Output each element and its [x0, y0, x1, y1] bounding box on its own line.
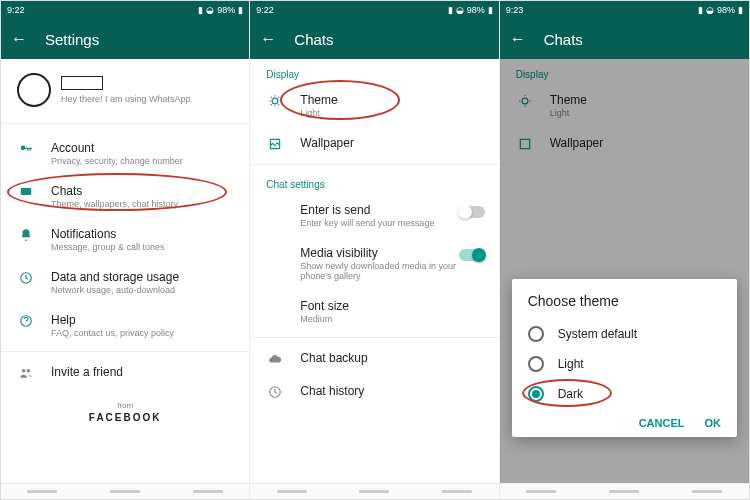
settings-item-notifications[interactable]: NotificationsMessage, group & call tones [1, 218, 249, 261]
history-icon [266, 385, 284, 399]
section-chat-settings: Chat settings [250, 169, 498, 194]
chat-icon [17, 185, 35, 199]
avatar [17, 73, 51, 107]
wifi-icon: ◒ [706, 5, 714, 15]
battery-icon: ▮ [488, 5, 493, 15]
battery-text: 98% [467, 5, 485, 15]
page-title: Chats [544, 31, 583, 48]
chats-item-enter[interactable]: Enter is sendEnter key will send your me… [250, 194, 498, 237]
battery-icon: ▮ [738, 5, 743, 15]
status-bar: 9:23 ▮ ◒ 98% ▮ [500, 1, 749, 19]
app-bar: ← Settings [1, 19, 249, 59]
nav-bar [500, 483, 749, 499]
bell-icon [17, 228, 35, 242]
chats-item-theme[interactable]: ThemeLight [250, 84, 498, 127]
cancel-button[interactable]: CANCEL [639, 417, 685, 429]
status-time: 9:22 [7, 5, 25, 15]
toggle-media-visibility[interactable] [459, 249, 485, 261]
settings-item-account[interactable]: AccountPrivacy, security, change number [1, 132, 249, 175]
chats-item-history[interactable]: Chat history [250, 375, 498, 408]
radio-icon-selected [528, 386, 544, 402]
signal-icon: ▮ [448, 5, 453, 15]
help-icon [17, 314, 35, 328]
from-label: from [1, 393, 249, 412]
section-display: Display [250, 59, 498, 84]
svg-point-5 [272, 98, 278, 104]
choose-theme-dialog: Choose theme System default Light Dark C… [512, 279, 737, 437]
wallpaper-icon [266, 137, 284, 151]
status-time: 9:23 [506, 5, 524, 15]
screen-theme-dialog: 9:23 ▮ ◒ 98% ▮ ← Chats Display ThemeLigh… [500, 1, 749, 499]
ok-button[interactable]: OK [704, 417, 721, 429]
data-icon [17, 271, 35, 285]
status-icons: ▮ ◒ 98% ▮ [198, 5, 243, 15]
status-icons: ▮ ◒ 98% ▮ [448, 5, 493, 15]
theme-icon [266, 94, 284, 108]
battery-text: 98% [717, 5, 735, 15]
page-title: Chats [294, 31, 333, 48]
svg-point-4 [27, 369, 30, 373]
back-icon[interactable]: ← [260, 30, 276, 48]
radio-icon [528, 326, 544, 342]
profile-row[interactable]: Hey there! I am using WhatsApp. [1, 59, 249, 119]
radio-icon [528, 356, 544, 372]
toggle-enter-send[interactable] [459, 206, 485, 218]
dialog-title: Choose theme [528, 293, 721, 309]
settings-item-help[interactable]: HelpFAQ, contact us, privacy policy [1, 304, 249, 347]
wifi-icon: ◒ [206, 5, 214, 15]
svg-rect-0 [21, 188, 32, 195]
theme-option-system[interactable]: System default [528, 319, 721, 349]
svg-point-3 [22, 369, 26, 373]
nav-bar [1, 483, 249, 499]
settings-item-chats[interactable]: ChatsTheme, wallpapers, chat history [1, 175, 249, 218]
facebook-label: FACEBOOK [1, 412, 249, 433]
app-bar: ← Chats [250, 19, 498, 59]
page-title: Settings [45, 31, 99, 48]
chats-item-backup[interactable]: Chat backup [250, 342, 498, 375]
status-bar: 9:22 ▮ ◒ 98% ▮ [250, 1, 498, 19]
status-time: 9:22 [256, 5, 274, 15]
screen-chats: 9:22 ▮ ◒ 98% ▮ ← Chats Display ThemeLigh… [250, 1, 499, 499]
key-icon [17, 142, 35, 156]
nav-bar [250, 483, 498, 499]
app-bar: ← Chats [500, 19, 749, 59]
chats-item-wallpaper[interactable]: Wallpaper [250, 127, 498, 160]
signal-icon: ▮ [698, 5, 703, 15]
profile-name-redacted [61, 76, 103, 90]
battery-text: 98% [217, 5, 235, 15]
status-bar: 9:22 ▮ ◒ 98% ▮ [1, 1, 249, 19]
back-icon[interactable]: ← [11, 30, 27, 48]
status-icons: ▮ ◒ 98% ▮ [698, 5, 743, 15]
battery-icon: ▮ [238, 5, 243, 15]
theme-option-dark[interactable]: Dark [528, 379, 721, 409]
screen-settings: 9:22 ▮ ◒ 98% ▮ ← Settings Hey there! I a… [1, 1, 250, 499]
back-icon[interactable]: ← [510, 30, 526, 48]
settings-item-data[interactable]: Data and storage usageNetwork usage, aut… [1, 261, 249, 304]
profile-status: Hey there! I am using WhatsApp. [61, 94, 193, 104]
chats-item-font[interactable]: Font sizeMedium [250, 290, 498, 333]
signal-icon: ▮ [198, 5, 203, 15]
wifi-icon: ◒ [456, 5, 464, 15]
cloud-icon [266, 352, 284, 366]
people-icon [17, 366, 35, 380]
theme-option-light[interactable]: Light [528, 349, 721, 379]
chats-item-media[interactable]: Media visibilityShow newly downloaded me… [250, 237, 498, 290]
settings-item-invite[interactable]: Invite a friend [1, 356, 249, 389]
